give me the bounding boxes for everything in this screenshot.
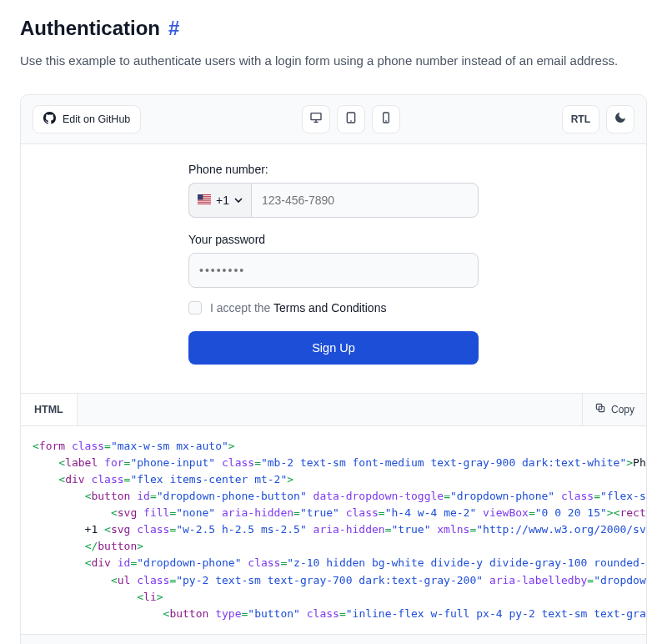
terms-link[interactable]: Terms and Conditions [273, 301, 386, 314]
example-card: Edit on GitHub RTL [20, 94, 647, 645]
tab-html[interactable]: HTML [21, 394, 78, 425]
terms-checkbox[interactable] [188, 301, 202, 314]
tablet-icon [344, 111, 358, 127]
password-input[interactable] [188, 253, 479, 288]
svg-rect-0 [311, 113, 321, 120]
expand-code-button[interactable]: Expand code [21, 634, 646, 644]
dark-mode-toggle-button[interactable] [606, 105, 634, 133]
terms-prefix: I accept the [210, 301, 273, 314]
terms-label: I accept the Terms and Conditions [210, 301, 386, 314]
desktop-view-button[interactable] [302, 105, 330, 133]
desktop-icon [309, 111, 323, 127]
svg-rect-11 [198, 199, 211, 200]
section-subtitle: Use this example to authenticate users w… [20, 52, 647, 71]
chevron-down-icon [234, 194, 243, 207]
mobile-view-button[interactable] [372, 105, 400, 133]
svg-rect-12 [198, 201, 211, 202]
phone-input[interactable] [251, 183, 479, 218]
copy-label: Copy [611, 404, 634, 415]
rtl-toggle-button[interactable]: RTL [562, 105, 599, 133]
clipboard-icon [594, 402, 606, 416]
svg-rect-14 [198, 194, 203, 199]
svg-rect-13 [198, 203, 211, 204]
moon-icon [614, 111, 627, 127]
anchor-link-icon[interactable]: # [168, 17, 179, 40]
copy-code-button[interactable]: Copy [582, 394, 646, 425]
code-block: <form class="max-w-sm mx-auto"> <label f… [21, 426, 646, 635]
auth-form: Phone number: +1 Your password [188, 163, 479, 365]
github-icon [43, 112, 56, 127]
sign-up-button[interactable]: Sign Up [188, 331, 479, 365]
code-tabs: HTML Copy [21, 393, 646, 426]
us-flag-icon [198, 194, 211, 207]
tablet-view-button[interactable] [337, 105, 365, 133]
phone-label: Phone number: [188, 163, 479, 176]
edit-on-github-label: Edit on GitHub [63, 113, 130, 125]
mobile-icon [379, 111, 393, 127]
section-title: Authentication [20, 17, 160, 40]
password-label: Your password [188, 233, 479, 246]
edit-on-github-button[interactable]: Edit on GitHub [33, 105, 141, 133]
country-code-dropdown[interactable]: +1 [188, 183, 251, 218]
preview-area: Phone number: +1 Your password [21, 144, 646, 393]
card-toolbar: Edit on GitHub RTL [21, 95, 646, 144]
country-code-value: +1 [216, 194, 229, 207]
